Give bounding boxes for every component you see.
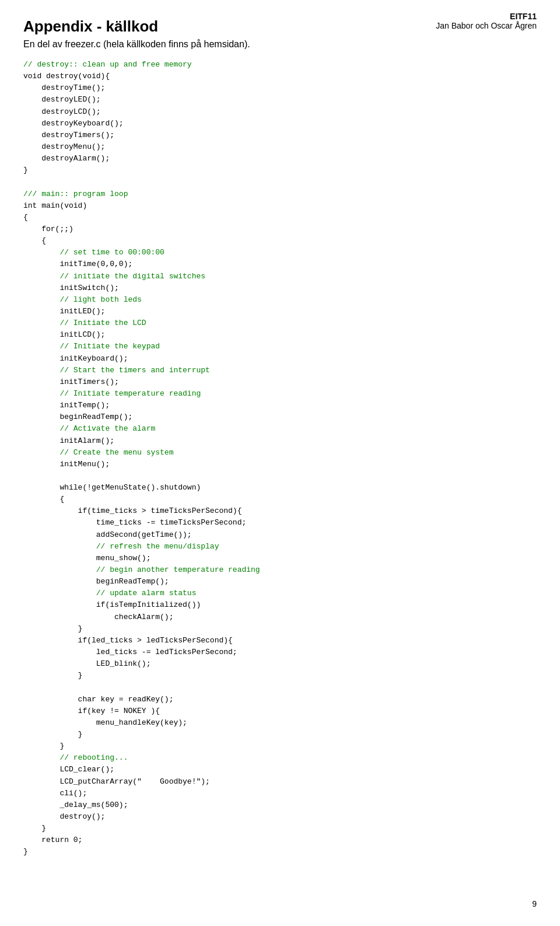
code-block: // destroy:: clean up and free memory vo… <box>23 59 537 858</box>
main-content: Appendix - källkod En del av freezer.c (… <box>23 18 537 858</box>
page-number: 9 <box>532 899 537 908</box>
header-title: EITF11 <box>436 12 537 21</box>
page-container: EITF11 Jan Babor och Oscar Ågren Appendi… <box>0 0 560 926</box>
appendix-subtitle: En del av freezer.c (hela källkoden finn… <box>23 39 537 50</box>
header-subtitle: Jan Babor och Oscar Ågren <box>436 21 537 30</box>
page-header: EITF11 Jan Babor och Oscar Ågren <box>436 12 537 30</box>
